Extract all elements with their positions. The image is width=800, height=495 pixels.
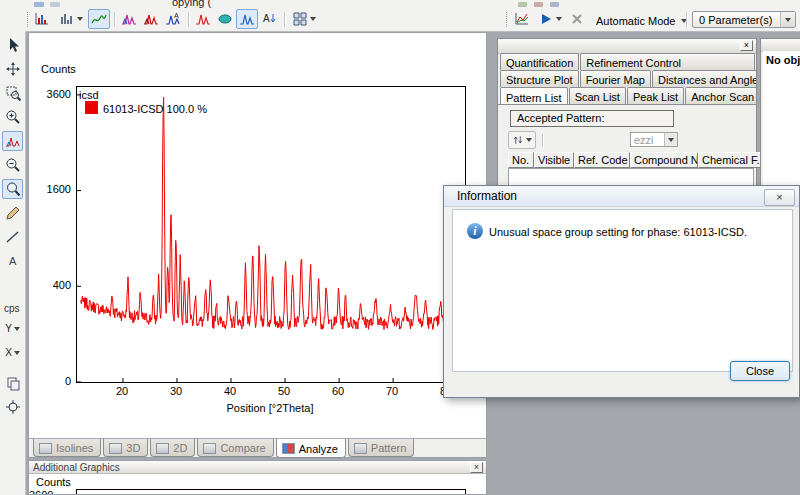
additional-graphics-title: Additional Graphics [33,462,120,473]
run-analysis-button[interactable] [534,9,565,29]
tab-quantification[interactable]: Quantification [500,53,579,70]
magnifier-button[interactable] [2,179,23,199]
peaks-blue-icon [239,11,255,27]
show-pattern-button[interactable] [192,9,214,29]
delete-step-button[interactable] [566,9,588,29]
histogram-view-button[interactable] [55,9,86,29]
tab-label: Scan List [575,91,620,103]
toolbar-separator [188,12,189,27]
tab-3d[interactable]: 3D [103,439,148,457]
additional-graphics-header: Additional Graphics × [29,461,486,474]
show-ellipse-button[interactable] [214,9,236,29]
close-panel-button[interactable]: × [470,462,483,473]
tab-refinement-control[interactable]: Refinement Control [580,53,755,70]
peaks-red-icon [143,11,159,27]
tab-anchor-scan-data[interactable]: Anchor Scan Data [685,87,756,104]
clipped-icon-fragment [34,2,44,7]
pattern-filter-combo[interactable]: ezzi [630,132,678,147]
pointer-icon [5,37,21,53]
tab-compare[interactable]: Compare [197,439,273,457]
tab-2d[interactable]: 2D [150,439,195,457]
filter-dropdown-button[interactable] [664,133,677,146]
pan-button[interactable] [2,59,23,79]
parameters-combo[interactable]: 0 Parameter(s) [692,11,796,28]
dialog-titlebar[interactable]: Information [444,186,799,207]
parameters-dropdown-button[interactable] [780,12,795,27]
tab-label: Structure Plot [506,74,573,86]
x-tick-60: 60 [326,385,350,397]
close-button-label: Close [746,365,774,377]
toolbar-separator [542,134,543,147]
column-header-visible[interactable]: Visible [534,152,574,168]
tab-pattern[interactable]: Pattern [348,439,414,457]
pencil-edit-button[interactable] [2,203,23,223]
sort-button[interactable] [508,131,536,149]
overlay-peaks-magenta-button[interactable] [118,9,140,29]
close-pane-button[interactable]: × [740,40,753,51]
x-axis-title: Position [°2Theta] [76,402,464,414]
y-axis-dropdown[interactable]: Y [2,321,23,336]
tab-label: Pattern [371,442,406,454]
automatic-mode-dropdown[interactable]: Automatic Mode [590,10,697,31]
lists-pane-header: × [498,39,756,54]
tab-distances-angles[interactable]: Distances and Angles [652,70,756,87]
text-tool-button[interactable]: A [2,251,23,271]
xrd-plot-area[interactable] [76,86,466,383]
line-tool-button[interactable] [2,227,23,247]
tab-pattern-list[interactable]: Pattern List [500,87,568,104]
peak-label-tool-button[interactable]: A [258,9,280,29]
tile-windows-button[interactable] [288,9,319,29]
play-icon [538,11,554,27]
dialog-close-icon-button[interactable]: × [764,189,795,206]
cps-unit-label: cps [4,303,20,314]
column-header-chemical[interactable]: Chemical F... [698,152,768,168]
overlay-peaks-red-button[interactable] [140,9,162,29]
tab-label: Refinement Control [586,57,681,69]
pattern-list-toolbar [508,132,543,148]
zoom-in-button[interactable] [2,107,23,127]
accepted-pattern-header[interactable]: Accepted Pattern: [510,110,674,127]
scale-view-button[interactable] [2,131,23,151]
tab-fourier-map[interactable]: Fourier Map [580,70,651,87]
crosshair-button[interactable] [2,397,23,417]
copy-image-button[interactable] [2,373,23,393]
analysis-chart-button[interactable] [511,9,533,29]
view-tabbar: Isolines 3D 2D Compare Analyze Pattern [29,438,486,457]
tab-label: Peak List [633,91,678,103]
dialog-close-button[interactable]: Close [730,361,790,381]
delete-x-icon [569,11,585,27]
dropdown-arrow-icon [310,17,316,21]
legend-entry: 61013-ICSD 100.0 % [103,103,207,115]
peak-labels-blue-button[interactable]: A [162,9,184,29]
tab-isolines[interactable]: Isolines [33,439,101,457]
tab-structure-plot[interactable]: Structure Plot [500,70,579,87]
zoom-region-button[interactable] [2,83,23,103]
pan-arrows-icon [5,61,21,77]
show-peaks-button[interactable] [236,9,258,29]
dropdown-arrow-icon [526,138,532,142]
dropdown-arrow-icon [668,138,674,142]
tab-analyze[interactable]: Analyze [276,439,346,458]
zoom-out-button[interactable] [2,155,23,175]
y-axis-label: Y [5,323,12,334]
info-icon: i [467,223,483,239]
peaks-magenta-icon [121,11,137,27]
svg-text:A: A [174,12,179,19]
y-tick-3600: 3600 [33,88,71,100]
legend-title: icsd [79,89,99,101]
column-header-compound[interactable]: Compound N... [630,152,698,168]
pointer-select-button[interactable] [2,35,23,55]
scan-view-button[interactable] [31,9,53,29]
tab-peak-list[interactable]: Peak List [627,87,684,104]
column-header-no[interactable]: No. [508,152,534,168]
tab-label: 3D [126,442,140,454]
column-header-ref-code[interactable]: Ref. Code [574,152,630,168]
additional-graphics-panel: Additional Graphics × Counts 3600 [28,460,487,495]
toolbar-grip[interactable] [506,12,510,27]
line-view-button[interactable] [88,9,110,29]
tab-scan-list[interactable]: Scan List [569,87,626,104]
x-tick-70: 70 [380,385,404,397]
tab-label: Isolines [56,442,93,454]
x-axis-dropdown[interactable]: X [2,345,23,360]
additional-graphics-body: Counts 3600 [29,474,486,494]
